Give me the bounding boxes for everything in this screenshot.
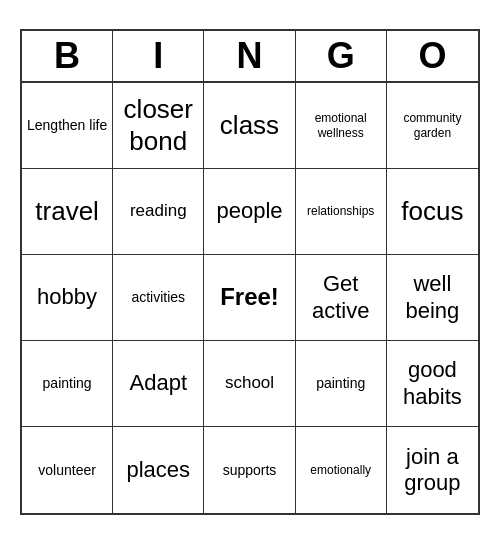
cell-text: travel — [35, 196, 99, 227]
cell-text: reading — [130, 201, 187, 221]
cell-text: emotional wellness — [300, 111, 382, 140]
bingo-cell: painting — [296, 341, 387, 427]
bingo-cell: reading — [113, 169, 204, 255]
bingo-cell: closer bond — [113, 83, 204, 169]
cell-text: closer bond — [117, 94, 199, 156]
bingo-header: BINGO — [22, 31, 478, 83]
cell-text: volunteer — [38, 462, 96, 479]
cell-text: painting — [316, 375, 365, 392]
header-letter: N — [204, 31, 295, 81]
bingo-cell: emotional wellness — [296, 83, 387, 169]
bingo-cell: class — [204, 83, 295, 169]
bingo-cell: focus — [387, 169, 478, 255]
cell-text: Get active — [300, 271, 382, 324]
bingo-card: BINGO Lengthen lifecloser bondclassemoti… — [20, 29, 480, 515]
bingo-cell: good habits — [387, 341, 478, 427]
cell-text: Lengthen life — [27, 117, 107, 134]
cell-text: focus — [401, 196, 463, 227]
bingo-cell: Adapt — [113, 341, 204, 427]
cell-text: emotionally — [310, 463, 371, 477]
cell-text: good habits — [391, 357, 474, 410]
cell-text: supports — [223, 462, 277, 479]
cell-text: hobby — [37, 284, 97, 310]
header-letter: B — [22, 31, 113, 81]
cell-text: relationships — [307, 204, 374, 218]
cell-text: class — [220, 110, 279, 141]
header-letter: I — [113, 31, 204, 81]
bingo-cell: Get active — [296, 255, 387, 341]
bingo-grid: Lengthen lifecloser bondclassemotional w… — [22, 83, 478, 513]
cell-text: Free! — [220, 283, 279, 312]
bingo-cell: hobby — [22, 255, 113, 341]
bingo-cell: painting — [22, 341, 113, 427]
bingo-cell: well being — [387, 255, 478, 341]
header-letter: O — [387, 31, 478, 81]
bingo-cell: people — [204, 169, 295, 255]
bingo-cell: supports — [204, 427, 295, 513]
bingo-cell: activities — [113, 255, 204, 341]
cell-text: people — [216, 198, 282, 224]
bingo-cell: volunteer — [22, 427, 113, 513]
bingo-cell: places — [113, 427, 204, 513]
cell-text: Adapt — [130, 370, 188, 396]
bingo-cell: community garden — [387, 83, 478, 169]
bingo-cell: Lengthen life — [22, 83, 113, 169]
cell-text: places — [126, 457, 190, 483]
bingo-cell: emotionally — [296, 427, 387, 513]
cell-text: community garden — [391, 111, 474, 140]
bingo-cell: Free! — [204, 255, 295, 341]
cell-text: painting — [43, 375, 92, 392]
bingo-cell: school — [204, 341, 295, 427]
header-letter: G — [296, 31, 387, 81]
bingo-cell: travel — [22, 169, 113, 255]
cell-text: school — [225, 373, 274, 393]
cell-text: join a group — [391, 444, 474, 497]
bingo-cell: join a group — [387, 427, 478, 513]
bingo-cell: relationships — [296, 169, 387, 255]
cell-text: well being — [391, 271, 474, 324]
cell-text: activities — [131, 289, 185, 306]
